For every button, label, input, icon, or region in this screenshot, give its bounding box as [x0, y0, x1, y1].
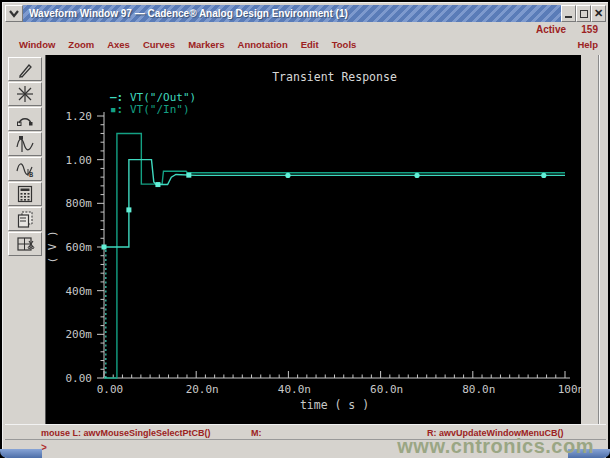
data-point-marker[interactable] — [541, 173, 546, 178]
frame-groove — [598, 55, 600, 424]
x-tick-label: 80.0n — [462, 383, 495, 396]
pen-button[interactable] — [8, 57, 42, 81]
y-tick-label: 1.00 — [66, 154, 93, 167]
right-frame-strip — [581, 55, 606, 424]
probe-arc-button[interactable] — [8, 107, 42, 131]
probe-arc-icon — [15, 109, 35, 129]
copy-window-icon — [15, 209, 35, 229]
menu-item-markers[interactable]: Markers — [188, 39, 224, 50]
waveform-marker-a-icon — [15, 134, 35, 154]
trace-in[interactable] — [104, 133, 565, 378]
data-point-marker[interactable] — [102, 245, 107, 250]
menu-item-zoom[interactable]: Zoom — [68, 39, 94, 50]
menu-item-edit[interactable]: Edit — [301, 39, 319, 50]
y-tick-label: 400m — [66, 285, 93, 298]
watermark-text: www.cntronics.com — [397, 435, 594, 458]
data-point-marker[interactable] — [186, 173, 191, 178]
data-point-marker[interactable] — [126, 207, 131, 212]
legend-label[interactable]: VT("/In") — [130, 103, 190, 116]
menu-item-axes[interactable]: Axes — [107, 39, 130, 50]
plot-svg[interactable]: Transient Response0.00200m400m600m800m1.… — [46, 55, 589, 424]
y-tick-label: 600m — [66, 241, 93, 254]
y-tick-label: 0.00 — [66, 372, 93, 385]
menu-item-annotation[interactable]: Annotation — [238, 39, 288, 50]
active-row: Active 159 — [5, 22, 606, 36]
split-window-cut-icon — [15, 234, 35, 254]
close-button[interactable]: ✕ — [591, 5, 606, 22]
pen-icon — [15, 59, 35, 79]
y-axis-label: ( V ) — [46, 230, 59, 263]
titlebar[interactable]: Waveform Window 97 — Cadence® Analog Des… — [5, 5, 606, 22]
zoom-star-icon — [15, 84, 35, 104]
waveform-marker-a-button[interactable] — [8, 132, 42, 156]
waveform-marker-b-button[interactable]: B — [8, 157, 42, 181]
menu-item-help[interactable]: Help — [577, 39, 598, 50]
zoom-star-button[interactable] — [8, 82, 42, 106]
menu-items: WindowZoomAxesCurvesMarkersAnnotationEdi… — [19, 39, 356, 50]
x-tick-label: 40.0n — [278, 383, 311, 396]
content-area: B Transient Response0.00200m400m600m800m… — [5, 55, 606, 424]
y-tick-label: 800m — [66, 197, 93, 210]
legend-glyph: ▪: — [110, 103, 123, 116]
active-status-label: Active — [536, 24, 566, 35]
chart-title: Transient Response — [272, 70, 397, 84]
close-icon: ✕ — [594, 8, 603, 19]
waveform-window: Waveform Window 97 — Cadence® Analog Des… — [0, 0, 610, 458]
menu-item-curves[interactable]: Curves — [143, 39, 175, 50]
status-mouse-left-binding: mouse L: awvMouseSingleSelectPtCB() — [41, 428, 211, 438]
x-axis-label: time ( s ) — [300, 398, 369, 412]
window-title[interactable]: Waveform Window 97 — Cadence® Analog Des… — [23, 5, 561, 22]
split-window-cut-button[interactable] — [8, 232, 42, 256]
y-tick-label: 200m — [66, 328, 93, 341]
x-tick-label: 60.0n — [370, 383, 403, 396]
chevron-down-icon — [9, 10, 19, 18]
data-point-marker[interactable] — [285, 173, 290, 178]
menubar: WindowZoomAxesCurvesMarkersAnnotationEdi… — [5, 36, 606, 55]
toolbar: B — [5, 57, 45, 256]
status-mouse-middle-binding: M: — [251, 428, 262, 438]
window-menu-button[interactable] — [5, 5, 23, 22]
calculator-button[interactable] — [8, 182, 42, 206]
resize-corner-left[interactable] — [0, 449, 42, 458]
maximize-button[interactable] — [576, 5, 591, 22]
menu-item-window[interactable]: Window — [19, 39, 55, 50]
svg-text:B: B — [29, 171, 33, 179]
y-tick-label: 1.20 — [66, 110, 93, 123]
active-count: 159 — [581, 24, 598, 35]
maximize-icon — [580, 10, 588, 18]
menu-item-tools[interactable]: Tools — [332, 39, 357, 50]
window-body: Waveform Window 97 — Cadence® Analog Des… — [2, 2, 608, 456]
copy-window-button[interactable] — [8, 207, 42, 231]
waveform-marker-b-icon: B — [15, 159, 35, 179]
x-tick-label: 0.00 — [97, 383, 124, 396]
minimize-button[interactable] — [561, 5, 576, 22]
calculator-icon — [15, 184, 35, 204]
data-point-marker[interactable] — [155, 182, 160, 187]
x-tick-label: 20.0n — [186, 383, 219, 396]
data-point-marker[interactable] — [414, 173, 419, 178]
plot-area[interactable]: Transient Response0.00200m400m600m800m1.… — [45, 55, 588, 424]
minimize-icon — [565, 16, 572, 18]
